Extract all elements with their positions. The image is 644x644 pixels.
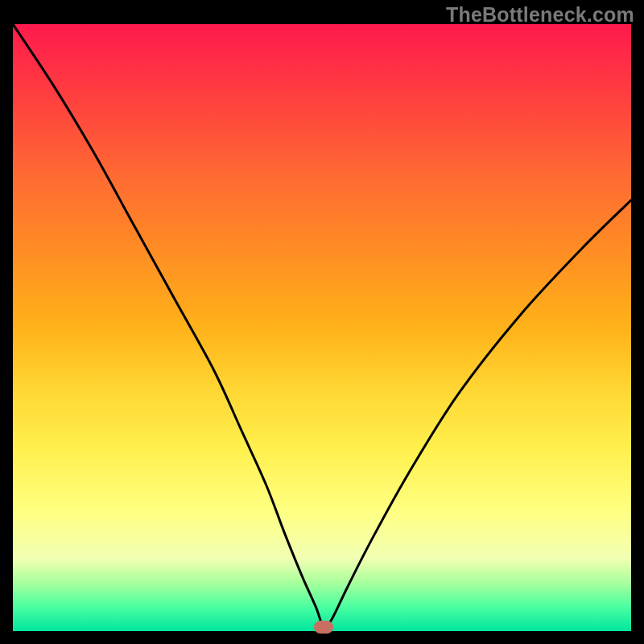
bottleneck-curve bbox=[13, 24, 631, 628]
curve-svg bbox=[13, 24, 631, 631]
plot-area bbox=[13, 24, 631, 631]
chart-container: TheBottleneck.com bbox=[0, 0, 644, 644]
minimum-marker bbox=[314, 621, 333, 634]
watermark-text: TheBottleneck.com bbox=[446, 3, 634, 27]
